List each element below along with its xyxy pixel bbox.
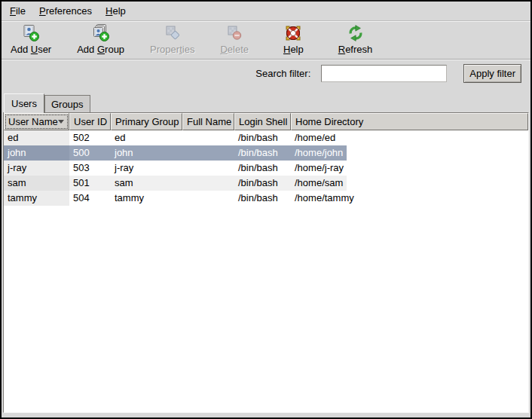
apply-filter-button[interactable]: Apply filter (463, 64, 521, 83)
cell-primary-group: tammy (111, 191, 182, 206)
cell-login-shell: /bin/bash (234, 191, 291, 206)
cell-login-shell: /bin/bash (234, 161, 291, 176)
tab-bar: Users Groups (2, 92, 530, 112)
delete-label: Delete (220, 44, 249, 55)
cell-home-directory: /home/j-ray (291, 161, 347, 176)
cell-user-id: 502 (69, 130, 111, 145)
table-row[interactable]: john500john/bin/bash/home/john (4, 145, 528, 161)
help-button[interactable]: Help (276, 23, 311, 57)
table-body: ed502ed/bin/bash/home/edjohn500john/bin/… (4, 130, 528, 412)
cell-home-directory: /home/tammy (291, 191, 358, 206)
add-group-label: Add Group (77, 44, 124, 55)
properties-label: Properties (150, 44, 194, 55)
cell-user-id: 504 (69, 191, 111, 206)
menu-file[interactable]: File (3, 2, 32, 20)
cell-full-name (182, 145, 234, 161)
cell-home-directory: /home/sam (291, 176, 347, 191)
refresh-icon (347, 24, 365, 42)
add-user-button[interactable]: Add User (3, 23, 59, 57)
column-header-user-name[interactable]: User Name (4, 113, 69, 130)
menu-help[interactable]: Help (99, 2, 133, 20)
cell-full-name (182, 130, 234, 145)
table-header-row: User Name User ID Primary Group Full Nam… (4, 113, 528, 130)
tab-groups[interactable]: Groups (44, 95, 90, 112)
menu-bar: File Preferences Help (2, 2, 530, 21)
help-icon (284, 24, 302, 42)
cell-user-name: ed (4, 130, 69, 145)
search-filter-row: Search filter: Apply filter (2, 60, 530, 86)
properties-icon (164, 24, 182, 42)
menu-preferences[interactable]: Preferences (32, 2, 99, 20)
cell-home-directory: /home/ed (291, 130, 339, 145)
table-row[interactable]: tammy504tammy/bin/bash/home/tammy (4, 191, 528, 206)
cell-user-name: tammy (4, 191, 69, 206)
cell-home-directory: /home/john (291, 145, 347, 161)
user-manager-window: File Preferences Help Add User (2, 2, 530, 417)
toolbar: Add User Add Group (2, 21, 530, 59)
delete-button: Delete (212, 23, 256, 57)
cell-login-shell: /bin/bash (234, 145, 291, 161)
users-table: User Name User ID Primary Group Full Nam… (3, 112, 529, 413)
cell-primary-group: sam (111, 176, 182, 191)
cell-full-name (182, 191, 234, 206)
cell-user-name: sam (4, 176, 69, 191)
tab-users[interactable]: Users (4, 93, 44, 113)
add-user-label: Add User (11, 44, 51, 55)
column-header-user-id[interactable]: User ID (69, 113, 111, 130)
refresh-button[interactable]: Refresh (331, 23, 381, 57)
cell-primary-group: j-ray (111, 161, 182, 176)
cell-primary-group: john (111, 145, 182, 161)
refresh-label: Refresh (338, 44, 373, 55)
cell-user-name: john (4, 145, 69, 161)
cell-user-id: 503 (69, 161, 111, 176)
table-row[interactable]: sam501sam/bin/bash/home/sam (4, 176, 528, 191)
column-header-login-shell[interactable]: Login Shell (234, 113, 291, 130)
cell-user-id: 500 (69, 145, 111, 161)
cell-full-name (182, 161, 234, 176)
cell-primary-group: ed (111, 130, 182, 145)
search-filter-input[interactable] (321, 65, 447, 82)
table-row[interactable]: ed502ed/bin/bash/home/ed (4, 130, 528, 145)
sort-arrow-icon (58, 120, 64, 124)
search-filter-label: Search filter: (255, 68, 310, 79)
properties-button: Properties (142, 23, 202, 57)
cell-user-name: j-ray (4, 161, 69, 176)
cell-login-shell: /bin/bash (234, 130, 291, 145)
add-group-button[interactable]: Add Group (69, 23, 132, 57)
add-group-icon (92, 24, 110, 42)
table-row[interactable]: j-ray503j-ray/bin/bash/home/j-ray (4, 161, 528, 176)
column-header-home-directory[interactable]: Home Directory (291, 113, 528, 130)
delete-icon (225, 24, 243, 42)
column-header-primary-group[interactable]: Primary Group (111, 113, 182, 130)
cell-login-shell: /bin/bash (234, 176, 291, 191)
help-label: Help (283, 44, 304, 55)
column-header-full-name[interactable]: Full Name (182, 113, 234, 130)
add-user-icon (22, 24, 40, 42)
cell-user-id: 501 (69, 176, 111, 191)
cell-full-name (182, 176, 234, 191)
